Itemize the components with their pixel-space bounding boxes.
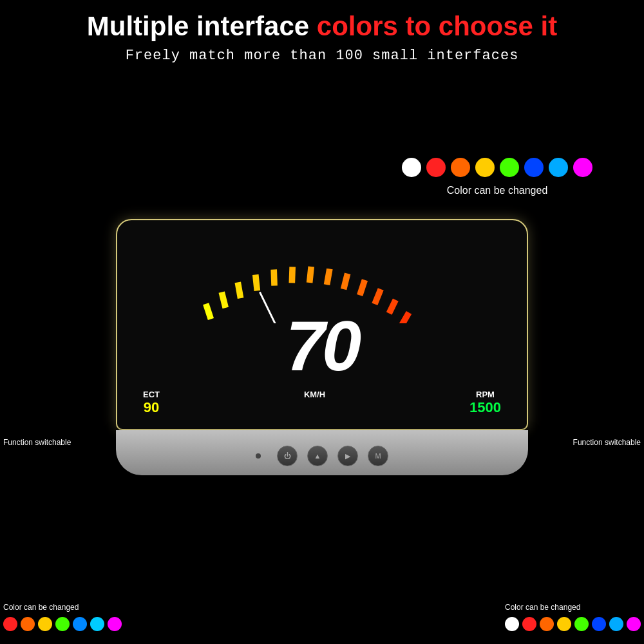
ect-value: 90: [143, 399, 160, 416]
rpm-value: 1500: [469, 399, 501, 416]
hud-device: 70 ECT 90 KM/H RPM 1500 ⏻ ▲ ▶ M: [116, 219, 528, 475]
metrics-row: ECT 90 KM/H RPM 1500: [130, 384, 514, 419]
bl-swatch-orange[interactable]: [21, 617, 35, 631]
bl-swatch-red[interactable]: [3, 617, 17, 631]
hud-base: ⏻ ▲ ▶ M: [116, 430, 528, 475]
svg-rect-7: [218, 292, 228, 309]
base-dot: [256, 453, 261, 459]
rpm-metric: RPM 1500: [469, 390, 501, 416]
bottom-left-label: Color can be changed: [3, 603, 122, 612]
annotation-function-right: Function switchable: [573, 438, 641, 447]
subtitle: Freely match more than 100 small interfa…: [13, 48, 631, 64]
swatch-green[interactable]: [500, 158, 519, 177]
swatch-pink[interactable]: [573, 158, 592, 177]
svg-rect-10: [270, 269, 278, 285]
br-swatch-blue[interactable]: [592, 617, 606, 631]
bl-swatch-cyan[interactable]: [90, 617, 104, 631]
speed-unit: KM/H: [304, 390, 325, 399]
main-title: Multiple interface colors to choose it: [13, 12, 631, 41]
br-swatch-orange[interactable]: [540, 617, 554, 631]
svg-rect-13: [324, 269, 333, 285]
svg-rect-15: [357, 279, 368, 296]
br-swatch-green[interactable]: [574, 617, 589, 631]
bottom-left-colors: Color can be changed: [3, 603, 122, 631]
swatch-blue[interactable]: [524, 158, 544, 177]
svg-rect-9: [252, 274, 260, 291]
svg-rect-12: [307, 266, 314, 283]
bl-swatch-blue[interactable]: [73, 617, 87, 631]
br-swatch-pink[interactable]: [627, 617, 641, 631]
bottom-right-label: Color can be changed: [505, 603, 641, 612]
swatch-orange[interactable]: [451, 158, 470, 177]
svg-rect-11: [289, 267, 296, 283]
bl-swatch-yellow[interactable]: [38, 617, 52, 631]
bl-swatch-pink[interactable]: [108, 617, 122, 631]
top-swatch-row: [402, 158, 592, 177]
up-button[interactable]: ▲: [307, 446, 328, 466]
swatch-white[interactable]: [402, 158, 421, 177]
br-swatch-white[interactable]: [505, 617, 519, 631]
title-colored: colors to choose it: [317, 11, 557, 41]
menu-button[interactable]: M: [368, 446, 388, 466]
bottom-right-swatch-row: [505, 617, 641, 631]
br-swatch-red[interactable]: [522, 617, 536, 631]
top-color-swatches: Color can be changed: [402, 158, 592, 196]
title-area: Multiple interface colors to choose it F…: [0, 0, 644, 69]
speed-value: 70: [130, 310, 514, 381]
kmh-metric: KM/H: [304, 390, 325, 399]
title-normal: Multiple interface: [87, 11, 317, 41]
svg-rect-14: [341, 273, 350, 290]
rpm-label: RPM: [469, 390, 501, 399]
br-swatch-lightblue[interactable]: [609, 617, 623, 631]
top-swatch-label: Color can be changed: [447, 185, 548, 196]
bl-swatch-green[interactable]: [55, 617, 70, 631]
bottom-left-swatch-row: [3, 617, 122, 631]
ect-metric: ECT 90: [143, 390, 160, 416]
hud-screen: 70 ECT 90 KM/H RPM 1500: [116, 219, 528, 430]
power-button[interactable]: ⏻: [277, 446, 298, 466]
swatch-lightblue[interactable]: [549, 158, 568, 177]
annotation-function-left: Function switchable: [3, 438, 71, 447]
svg-rect-16: [372, 288, 383, 305]
speed-display: 70: [130, 310, 514, 381]
bottom-right-colors: Color can be changed: [505, 603, 641, 631]
br-swatch-yellow[interactable]: [557, 617, 571, 631]
right-button[interactable]: ▶: [337, 446, 358, 466]
swatch-red[interactable]: [426, 158, 446, 177]
svg-rect-8: [235, 282, 244, 299]
ect-label: ECT: [143, 390, 160, 399]
swatch-yellow[interactable]: [475, 158, 495, 177]
